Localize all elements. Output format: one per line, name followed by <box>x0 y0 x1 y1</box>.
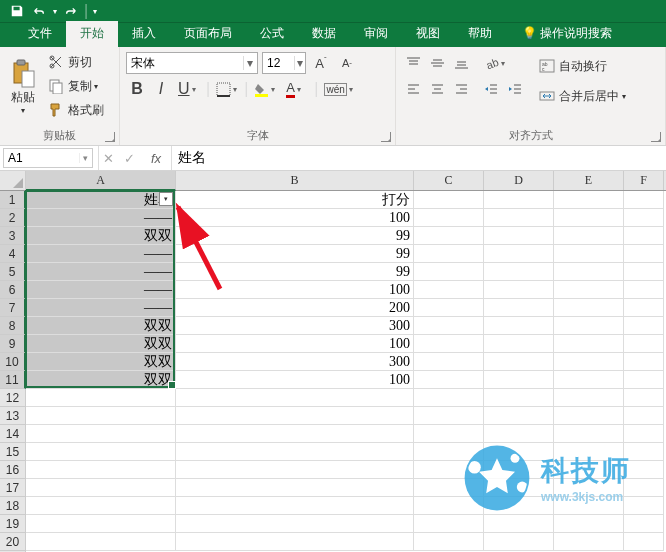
tab-formula[interactable]: 公式 <box>246 21 298 47</box>
cell[interactable] <box>176 443 414 461</box>
cell[interactable] <box>484 317 554 335</box>
row-header[interactable]: 16 <box>0 461 25 479</box>
copy-button[interactable]: 复制▾ <box>43 74 109 98</box>
tab-home[interactable]: 开始 <box>66 21 118 47</box>
merge-center-button[interactable]: 合并后居中▾ <box>534 82 631 110</box>
cell[interactable] <box>624 425 664 443</box>
cancel-formula-button[interactable]: ✕ <box>103 151 114 166</box>
cell[interactable] <box>624 263 664 281</box>
cell[interactable] <box>414 245 484 263</box>
cell[interactable] <box>484 209 554 227</box>
cell[interactable]: 99 <box>176 263 414 281</box>
format-painter-button[interactable]: 格式刷 <box>43 98 109 122</box>
cell[interactable] <box>624 353 664 371</box>
row-header[interactable]: 9 <box>0 335 26 353</box>
cell[interactable] <box>484 407 554 425</box>
cell[interactable] <box>484 227 554 245</box>
cell[interactable] <box>484 425 554 443</box>
cell[interactable]: 100 <box>176 209 414 227</box>
formula-input[interactable] <box>174 150 666 166</box>
cell[interactable]: 100 <box>176 335 414 353</box>
cell[interactable]: 200 <box>176 299 414 317</box>
align-middle-button[interactable] <box>426 52 448 74</box>
cell[interactable]: —— <box>26 245 176 263</box>
decrease-indent-button[interactable] <box>480 78 502 100</box>
cell[interactable] <box>554 515 624 533</box>
cell[interactable] <box>554 299 624 317</box>
cell[interactable] <box>554 389 624 407</box>
row-header[interactable]: 8 <box>0 317 26 335</box>
cell[interactable] <box>26 425 176 443</box>
select-all-corner[interactable] <box>0 171 26 190</box>
cell[interactable] <box>554 227 624 245</box>
row-header[interactable]: 4 <box>0 245 26 263</box>
phonetic-button[interactable]: wén▾ <box>320 78 350 100</box>
cell[interactable] <box>414 533 484 551</box>
name-box[interactable]: ▾ <box>3 148 93 168</box>
row-header[interactable]: 5 <box>0 263 26 281</box>
cell[interactable] <box>484 461 554 479</box>
row-header[interactable]: 20 <box>0 533 25 551</box>
tab-review[interactable]: 审阅 <box>350 21 402 47</box>
wrap-text-button[interactable]: abc自动换行 <box>534 52 631 80</box>
cell[interactable] <box>26 389 176 407</box>
cell[interactable]: 300 <box>176 317 414 335</box>
alignment-launcher-icon[interactable] <box>651 132 661 142</box>
undo-icon[interactable] <box>28 0 50 22</box>
increase-indent-button[interactable] <box>504 78 526 100</box>
cell[interactable] <box>484 281 554 299</box>
cell[interactable]: 99 <box>176 245 414 263</box>
cell[interactable]: 100 <box>176 281 414 299</box>
cell[interactable] <box>554 317 624 335</box>
cell[interactable] <box>624 299 664 317</box>
align-right-button[interactable] <box>450 78 472 100</box>
cell[interactable] <box>484 245 554 263</box>
row-header[interactable]: 17 <box>0 479 25 497</box>
cell[interactable] <box>624 479 664 497</box>
cell[interactable] <box>414 515 484 533</box>
border-button[interactable]: ▾ <box>212 78 242 100</box>
cell[interactable]: 300 <box>176 353 414 371</box>
cell[interactable] <box>554 461 624 479</box>
fill-color-button[interactable]: ▾ <box>250 78 280 100</box>
column-header[interactable]: F <box>624 171 664 190</box>
cell[interactable]: 99 <box>176 227 414 245</box>
orientation-button[interactable]: ab▾ <box>480 52 510 74</box>
cell[interactable] <box>484 371 554 389</box>
row-header[interactable]: 10 <box>0 353 26 371</box>
cell[interactable] <box>624 389 664 407</box>
cell[interactable] <box>26 515 176 533</box>
cell[interactable] <box>554 353 624 371</box>
cell[interactable] <box>414 407 484 425</box>
chevron-down-icon[interactable]: ▾ <box>79 153 92 163</box>
customize-qat-icon[interactable]: ▾ <box>90 0 100 22</box>
cell[interactable] <box>26 497 176 515</box>
cell[interactable] <box>414 497 484 515</box>
font-size-combo[interactable]: ▾ <box>262 52 306 74</box>
row-header[interactable]: 19 <box>0 515 25 533</box>
cell[interactable]: —— <box>26 299 176 317</box>
cell[interactable] <box>624 209 664 227</box>
bold-button[interactable]: B <box>126 78 148 100</box>
cell[interactable] <box>26 443 176 461</box>
cell[interactable] <box>554 425 624 443</box>
cell[interactable]: 双双 <box>26 353 176 371</box>
cell[interactable] <box>554 281 624 299</box>
cell[interactable]: 双双 <box>26 335 176 353</box>
cell[interactable] <box>176 497 414 515</box>
row-header[interactable]: 11 <box>0 371 26 389</box>
cell[interactable] <box>176 515 414 533</box>
cell[interactable] <box>484 299 554 317</box>
cell[interactable] <box>176 533 414 551</box>
cell[interactable] <box>176 461 414 479</box>
cell[interactable]: 双双 <box>26 317 176 335</box>
cell[interactable] <box>554 245 624 263</box>
cell[interactable] <box>414 389 484 407</box>
font-launcher-icon[interactable] <box>381 132 391 142</box>
cell[interactable] <box>484 515 554 533</box>
cell[interactable] <box>484 443 554 461</box>
cell[interactable]: 100 <box>176 371 414 389</box>
column-header[interactable]: C <box>414 171 484 190</box>
cell[interactable] <box>26 461 176 479</box>
cell[interactable] <box>414 191 484 209</box>
